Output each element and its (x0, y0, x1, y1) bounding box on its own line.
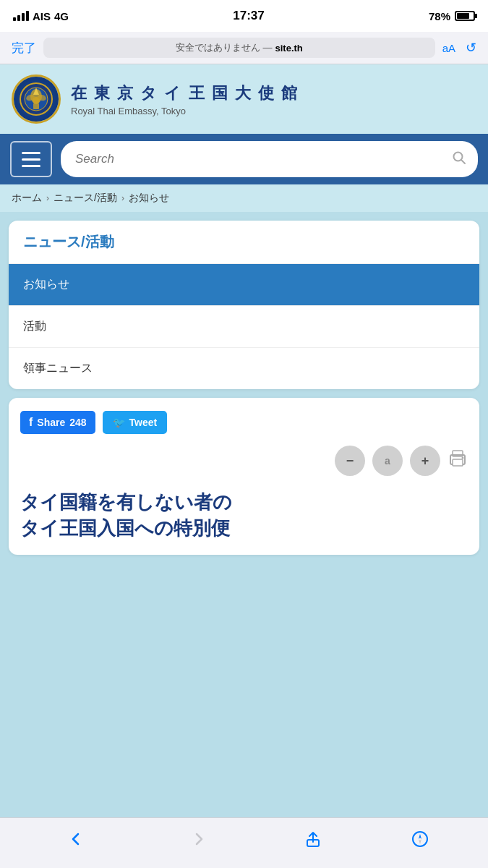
carrier-label: AIS (33, 10, 51, 22)
social-buttons: f Share 248 🐦 Tweet (20, 411, 468, 434)
search-icon-button[interactable] (452, 150, 466, 169)
hamburger-line-3 (22, 165, 40, 167)
back-button[interactable] (59, 828, 93, 854)
status-right: 78% (429, 10, 475, 22)
breadcrumb-sep-2: › (121, 193, 124, 203)
fb-share-label: Share (37, 417, 65, 428)
print-button[interactable] (448, 448, 468, 473)
site-title-japanese: 在 東 京 タ イ 王 国 大 使 館 (71, 82, 299, 104)
emblem-svg (19, 82, 53, 116)
compass-button[interactable] (411, 830, 429, 852)
facebook-icon: f (29, 416, 33, 429)
nav-bar (0, 134, 488, 184)
site-title-block: 在 東 京 タ イ 王 国 大 使 館 Royal Thai Embassy, … (71, 82, 299, 116)
font-increase-button[interactable]: + (410, 446, 440, 476)
status-left: AIS 4G (13, 10, 69, 22)
network-label: 4G (54, 10, 69, 22)
battery-icon (455, 11, 475, 21)
battery-pct-label: 78% (429, 10, 450, 22)
site-title-english: Royal Thai Embassy, Tokyo (71, 106, 299, 116)
share-button[interactable] (304, 830, 322, 852)
svg-marker-17 (419, 839, 421, 844)
breadcrumb-sep-1: › (46, 193, 49, 203)
forward-icon (191, 831, 207, 847)
back-icon (68, 831, 84, 847)
svg-line-9 (461, 160, 465, 163)
browser-bar: 完了 安全ではありません — site.th aA ↺ (0, 32, 488, 64)
menu-card-title: ニュース/活動 (9, 221, 479, 264)
svg-rect-7 (33, 103, 39, 109)
menu-item-katsudo[interactable]: 活動 (9, 306, 479, 348)
menu-item-oshirase[interactable]: お知らせ (9, 264, 479, 306)
done-button[interactable]: 完了 (12, 40, 36, 56)
embassy-logo (12, 75, 61, 124)
hamburger-line-2 (22, 158, 40, 161)
font-sample-button[interactable]: a (372, 446, 403, 476)
site-header: 在 東 京 タ イ 王 国 大 使 館 Royal Thai Embassy, … (0, 64, 488, 134)
article-card: f Share 248 🐦 Tweet − a + (9, 398, 479, 555)
menu-item-consul-news[interactable]: 領事ニュース (9, 348, 479, 389)
url-bar[interactable]: 安全ではありません — site.th (43, 38, 435, 58)
compass-icon (411, 830, 429, 848)
url-domain: site.th (275, 43, 302, 54)
article-title-line2: タイ王国入国への特別便 (20, 515, 468, 541)
share-icon (304, 830, 322, 848)
breadcrumb-news[interactable]: ニュース/活動 (53, 192, 117, 205)
twitter-tweet-button[interactable]: 🐦 Tweet (103, 411, 168, 434)
tweet-label: Tweet (129, 417, 158, 428)
breadcrumb-home[interactable]: ホーム (12, 192, 42, 205)
signal-icon (13, 11, 29, 21)
search-bar[interactable] (61, 141, 478, 177)
font-decrease-button[interactable]: − (335, 446, 365, 476)
hamburger-button[interactable] (10, 141, 52, 177)
content-area: ニュース/活動 お知らせ 活動 領事ニュース f Share 248 🐦 Twe… (0, 212, 488, 563)
status-bar: AIS 4G 17:37 78% (0, 0, 488, 32)
not-secure-label: 安全ではありません — (176, 41, 273, 54)
browser-actions: aA ↺ (442, 40, 476, 56)
menu-card: ニュース/活動 お知らせ 活動 領事ニュース (9, 221, 479, 389)
svg-marker-16 (419, 834, 421, 839)
svg-rect-11 (453, 459, 463, 466)
twitter-icon: 🐦 (113, 417, 125, 428)
font-size-button[interactable]: aA (442, 42, 455, 54)
search-icon (452, 150, 466, 165)
reload-button[interactable]: ↺ (466, 40, 476, 56)
bottom-bar (0, 817, 488, 868)
breadcrumb: ホーム › ニュース/活動 › お知らせ (0, 184, 488, 212)
time-label: 17:37 (233, 9, 264, 23)
font-controls: − a + (20, 446, 468, 476)
hamburger-line-1 (22, 152, 40, 154)
logo-emblem (14, 77, 59, 122)
fb-share-count: 248 (69, 417, 86, 428)
breadcrumb-current: お知らせ (129, 192, 169, 205)
svg-point-13 (462, 457, 464, 459)
search-input[interactable] (75, 152, 446, 166)
article-title-line1: タイ国籍を有しない者の (20, 489, 468, 515)
forward-button (182, 828, 215, 854)
article-title: タイ国籍を有しない者の タイ王国入国への特別便 (20, 489, 468, 542)
print-icon (448, 448, 468, 469)
facebook-share-button[interactable]: f Share 248 (20, 411, 95, 434)
